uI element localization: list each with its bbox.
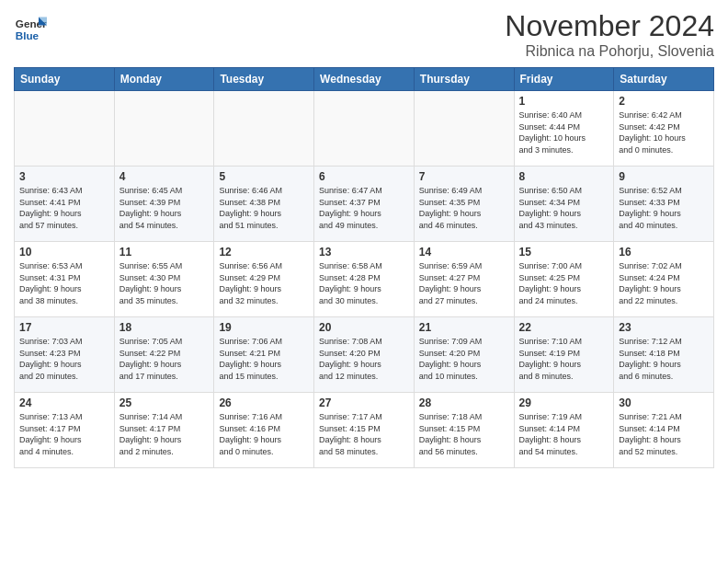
table-row: 16Sunrise: 7:02 AM Sunset: 4:24 PM Dayli…	[614, 242, 714, 317]
day-info: Sunrise: 7:13 AM Sunset: 4:17 PM Dayligh…	[19, 411, 109, 457]
table-row: 13Sunrise: 6:58 AM Sunset: 4:28 PM Dayli…	[314, 242, 415, 317]
day-number: 26	[219, 396, 309, 409]
table-row: 20Sunrise: 7:08 AM Sunset: 4:20 PM Dayli…	[314, 317, 415, 393]
table-row: 10Sunrise: 6:53 AM Sunset: 4:31 PM Dayli…	[15, 242, 115, 317]
table-row: 6Sunrise: 6:47 AM Sunset: 4:37 PM Daylig…	[314, 167, 415, 242]
location: Ribnica na Pohorju, Slovenia	[505, 43, 714, 60]
day-number: 4	[119, 170, 210, 183]
day-info: Sunrise: 6:59 AM Sunset: 4:27 PM Dayligh…	[419, 260, 509, 306]
table-row	[114, 91, 214, 167]
table-row: 4Sunrise: 6:45 AM Sunset: 4:39 PM Daylig…	[114, 167, 214, 242]
logo: General Blue	[14, 13, 47, 46]
day-info: Sunrise: 7:18 AM Sunset: 4:15 PM Dayligh…	[419, 411, 509, 457]
calendar-week-1: 1Sunrise: 6:40 AM Sunset: 4:44 PM Daylig…	[15, 91, 714, 167]
table-row: 27Sunrise: 7:17 AM Sunset: 4:15 PM Dayli…	[314, 393, 415, 468]
table-row: 21Sunrise: 7:09 AM Sunset: 4:20 PM Dayli…	[414, 317, 514, 393]
table-row: 25Sunrise: 7:14 AM Sunset: 4:17 PM Dayli…	[114, 393, 214, 468]
page-container: General Blue November 2024 Ribnica na Po…	[0, 0, 728, 563]
svg-text:Blue: Blue	[16, 29, 40, 41]
header-tuesday: Tuesday	[214, 68, 314, 91]
calendar-body: 1Sunrise: 6:40 AM Sunset: 4:44 PM Daylig…	[15, 91, 714, 468]
table-row: 18Sunrise: 7:05 AM Sunset: 4:22 PM Dayli…	[114, 317, 214, 393]
day-info: Sunrise: 7:08 AM Sunset: 4:20 PM Dayligh…	[319, 336, 409, 382]
header-monday: Monday	[114, 68, 214, 91]
day-number: 7	[419, 170, 509, 183]
table-row: 12Sunrise: 6:56 AM Sunset: 4:29 PM Dayli…	[214, 242, 314, 317]
day-number: 19	[219, 321, 309, 334]
day-number: 6	[319, 170, 409, 183]
day-info: Sunrise: 6:42 AM Sunset: 4:42 PM Dayligh…	[619, 109, 709, 155]
table-row: 29Sunrise: 7:19 AM Sunset: 4:14 PM Dayli…	[514, 393, 614, 468]
day-number: 17	[19, 321, 109, 334]
day-info: Sunrise: 7:16 AM Sunset: 4:16 PM Dayligh…	[219, 411, 309, 457]
header-friday: Friday	[514, 68, 614, 91]
header-sunday: Sunday	[15, 68, 115, 91]
table-row: 17Sunrise: 7:03 AM Sunset: 4:23 PM Dayli…	[15, 317, 115, 393]
table-row: 2Sunrise: 6:42 AM Sunset: 4:42 PM Daylig…	[614, 91, 714, 167]
table-row	[414, 91, 514, 167]
day-info: Sunrise: 7:06 AM Sunset: 4:21 PM Dayligh…	[219, 336, 309, 382]
table-row: 30Sunrise: 7:21 AM Sunset: 4:14 PM Dayli…	[614, 393, 714, 468]
day-info: Sunrise: 6:58 AM Sunset: 4:28 PM Dayligh…	[319, 260, 409, 306]
day-info: Sunrise: 6:55 AM Sunset: 4:30 PM Dayligh…	[119, 260, 210, 306]
day-info: Sunrise: 7:14 AM Sunset: 4:17 PM Dayligh…	[119, 411, 210, 457]
day-info: Sunrise: 6:46 AM Sunset: 4:38 PM Dayligh…	[219, 185, 309, 231]
day-number: 8	[519, 170, 609, 183]
day-info: Sunrise: 7:03 AM Sunset: 4:23 PM Dayligh…	[19, 336, 109, 382]
table-row: 23Sunrise: 7:12 AM Sunset: 4:18 PM Dayli…	[614, 317, 714, 393]
table-row: 24Sunrise: 7:13 AM Sunset: 4:17 PM Dayli…	[15, 393, 115, 468]
table-row: 8Sunrise: 6:50 AM Sunset: 4:34 PM Daylig…	[514, 167, 614, 242]
day-number: 21	[419, 321, 509, 334]
day-info: Sunrise: 7:21 AM Sunset: 4:14 PM Dayligh…	[619, 411, 709, 457]
header-saturday: Saturday	[614, 68, 714, 91]
table-row: 7Sunrise: 6:49 AM Sunset: 4:35 PM Daylig…	[414, 167, 514, 242]
table-row: 11Sunrise: 6:55 AM Sunset: 4:30 PM Dayli…	[114, 242, 214, 317]
day-number: 16	[619, 246, 709, 259]
day-number: 27	[319, 396, 409, 409]
table-row: 1Sunrise: 6:40 AM Sunset: 4:44 PM Daylig…	[514, 91, 614, 167]
day-number: 23	[619, 321, 709, 334]
day-number: 28	[419, 396, 509, 409]
day-info: Sunrise: 6:45 AM Sunset: 4:39 PM Dayligh…	[119, 185, 210, 231]
table-row: 14Sunrise: 6:59 AM Sunset: 4:27 PM Dayli…	[414, 242, 514, 317]
day-number: 13	[319, 246, 409, 259]
calendar-header: Sunday Monday Tuesday Wednesday Thursday…	[15, 68, 714, 91]
day-number: 5	[219, 170, 309, 183]
table-row: 22Sunrise: 7:10 AM Sunset: 4:19 PM Dayli…	[514, 317, 614, 393]
calendar-week-5: 24Sunrise: 7:13 AM Sunset: 4:17 PM Dayli…	[15, 393, 714, 468]
day-info: Sunrise: 6:52 AM Sunset: 4:33 PM Dayligh…	[619, 185, 709, 231]
day-number: 11	[119, 246, 210, 259]
calendar-week-3: 10Sunrise: 6:53 AM Sunset: 4:31 PM Dayli…	[15, 242, 714, 317]
day-number: 1	[519, 95, 609, 108]
day-number: 15	[519, 246, 609, 259]
day-info: Sunrise: 6:50 AM Sunset: 4:34 PM Dayligh…	[519, 185, 609, 231]
day-info: Sunrise: 7:00 AM Sunset: 4:25 PM Dayligh…	[519, 260, 609, 306]
table-row: 5Sunrise: 6:46 AM Sunset: 4:38 PM Daylig…	[214, 167, 314, 242]
title-block: November 2024 Ribnica na Pohorju, Sloven…	[505, 9, 714, 60]
day-info: Sunrise: 6:53 AM Sunset: 4:31 PM Dayligh…	[19, 260, 109, 306]
table-row: 15Sunrise: 7:00 AM Sunset: 4:25 PM Dayli…	[514, 242, 614, 317]
table-row: 26Sunrise: 7:16 AM Sunset: 4:16 PM Dayli…	[214, 393, 314, 468]
day-info: Sunrise: 7:10 AM Sunset: 4:19 PM Dayligh…	[519, 336, 609, 382]
weekday-header-row: Sunday Monday Tuesday Wednesday Thursday…	[15, 68, 714, 91]
day-number: 9	[619, 170, 709, 183]
day-number: 14	[419, 246, 509, 259]
day-number: 25	[119, 396, 210, 409]
day-number: 12	[219, 246, 309, 259]
calendar-week-4: 17Sunrise: 7:03 AM Sunset: 4:23 PM Dayli…	[15, 317, 714, 393]
day-info: Sunrise: 6:47 AM Sunset: 4:37 PM Dayligh…	[319, 185, 409, 231]
day-info: Sunrise: 6:43 AM Sunset: 4:41 PM Dayligh…	[19, 185, 109, 231]
day-info: Sunrise: 6:49 AM Sunset: 4:35 PM Dayligh…	[419, 185, 509, 231]
day-info: Sunrise: 6:40 AM Sunset: 4:44 PM Dayligh…	[519, 109, 609, 155]
day-number: 30	[619, 396, 709, 409]
day-info: Sunrise: 6:56 AM Sunset: 4:29 PM Dayligh…	[219, 260, 309, 306]
header-thursday: Thursday	[414, 68, 514, 91]
header-wednesday: Wednesday	[314, 68, 415, 91]
day-info: Sunrise: 7:02 AM Sunset: 4:24 PM Dayligh…	[619, 260, 709, 306]
table-row: 3Sunrise: 6:43 AM Sunset: 4:41 PM Daylig…	[15, 167, 115, 242]
day-info: Sunrise: 7:17 AM Sunset: 4:15 PM Dayligh…	[319, 411, 409, 457]
table-row	[15, 91, 115, 167]
month-title: November 2024	[505, 9, 714, 43]
day-info: Sunrise: 7:05 AM Sunset: 4:22 PM Dayligh…	[119, 336, 210, 382]
table-row: 19Sunrise: 7:06 AM Sunset: 4:21 PM Dayli…	[214, 317, 314, 393]
